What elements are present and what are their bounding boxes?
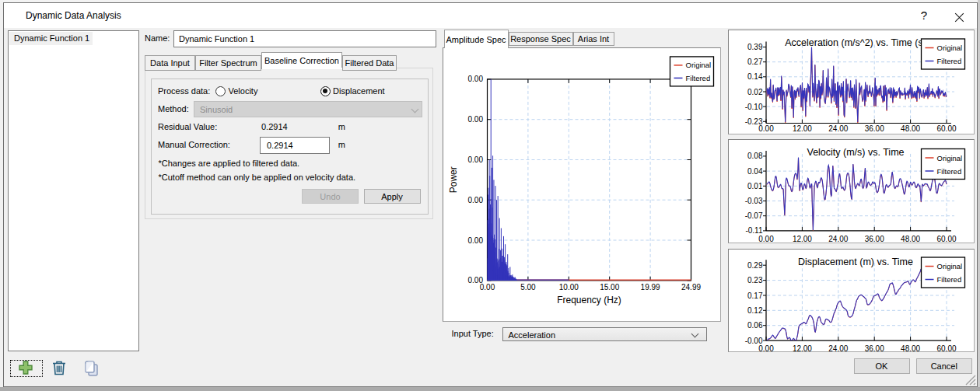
svg-text:0.00: 0.00 [467,236,483,244]
svg-text:24.00: 24.00 [828,344,848,352]
svg-text:36.00: 36.00 [865,124,884,133]
svg-text:60.00: 60.00 [936,124,956,133]
svg-text:0.23: 0.23 [747,276,763,285]
svg-text:Original: Original [937,262,963,271]
svg-text:Filtered: Filtered [937,57,962,65]
svg-text:5.00: 5.00 [520,283,536,292]
svg-text:Power: Power [448,166,459,193]
svg-text:36.00: 36.00 [865,235,884,242]
svg-text:0.08: 0.08 [747,152,763,160]
svg-text:0.00: 0.00 [467,115,483,124]
svg-text:24.99: 24.99 [681,283,700,292]
svg-text:Filtered: Filtered [937,275,962,284]
svg-text:0.01: 0.01 [747,181,763,190]
svg-text:0.02: 0.02 [747,88,763,96]
svg-text:12.00: 12.00 [793,124,812,133]
svg-text:48.00: 48.00 [901,344,920,352]
svg-text:0.29: 0.29 [747,260,763,269]
svg-text:0.00: 0.00 [758,344,774,352]
svg-text:48.00: 48.00 [901,124,920,133]
svg-text:0.00: 0.00 [758,235,774,242]
svg-text:0.04: 0.04 [747,166,763,175]
svg-text:Frequency (Hz): Frequency (Hz) [557,294,621,305]
svg-text:Acceleration (m/s^2) vs. Time: Acceleration (m/s^2) vs. Time (s) [785,37,926,48]
svg-text:60.00: 60.00 [936,344,956,352]
svg-text:Original: Original [685,61,711,69]
svg-text:Filtered: Filtered [937,166,962,175]
svg-text:0.27: 0.27 [747,58,763,66]
svg-text:Displacement (m) vs. Time: Displacement (m) vs. Time [798,256,913,267]
svg-text:0.14: 0.14 [747,72,763,81]
svg-text:Velocity (m/s) vs. Time: Velocity (m/s) vs. Time [807,146,904,157]
svg-text:24.00: 24.00 [828,124,848,133]
svg-text:0.00: 0.00 [467,155,483,164]
svg-text:Original: Original [937,44,963,52]
svg-text:60.00: 60.00 [936,235,956,242]
svg-text:10.00: 10.00 [558,283,578,292]
svg-text:19.99: 19.99 [640,283,660,292]
svg-text:36.00: 36.00 [865,344,884,352]
svg-text:12.00: 12.00 [793,344,812,352]
svg-text:0.17: 0.17 [747,291,763,299]
svg-text:12.00: 12.00 [793,235,812,242]
svg-text:48.00: 48.00 [901,235,920,242]
svg-text:-0.10: -0.10 [745,103,763,111]
svg-text:Original: Original [937,153,963,162]
svg-text:0.06: 0.06 [747,321,763,330]
svg-text:-0.11: -0.11 [745,226,762,235]
svg-text:-0.07: -0.07 [745,211,763,220]
svg-text:0.39: 0.39 [747,43,763,51]
svg-text:-0.00: -0.00 [745,336,763,344]
svg-text:0.00: 0.00 [467,75,483,83]
svg-text:0.12: 0.12 [747,305,763,314]
svg-text:15.00: 15.00 [600,283,619,292]
svg-text:24.00: 24.00 [828,235,848,242]
svg-text:0.00: 0.00 [758,124,774,133]
svg-text:0.00: 0.00 [479,283,495,292]
svg-text:Filtered: Filtered [685,73,710,82]
svg-text:0.00: 0.00 [467,195,483,204]
svg-text:-0.03: -0.03 [745,197,763,205]
